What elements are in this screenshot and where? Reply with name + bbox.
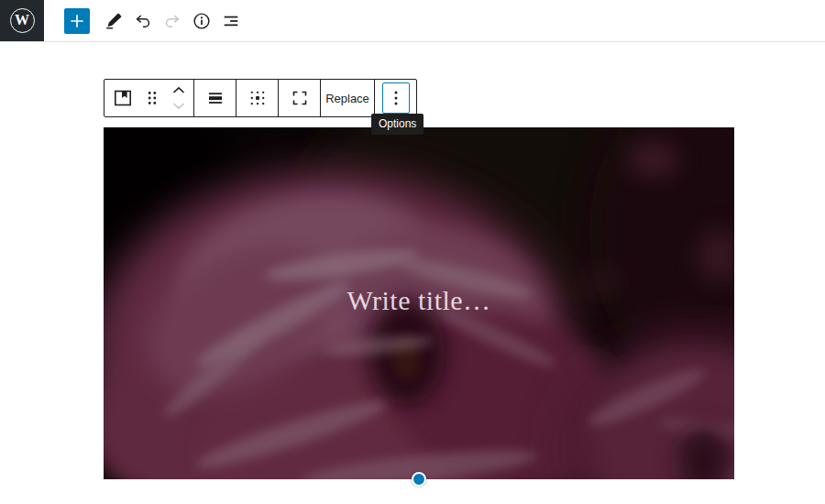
block-mover [163, 80, 193, 116]
move-up-button[interactable] [163, 82, 193, 98]
list-view-icon [221, 11, 241, 31]
align-icon [204, 87, 226, 109]
content-position-icon [247, 87, 269, 109]
editor-top-bar: W [0, 0, 825, 42]
redo-icon [162, 11, 182, 31]
edit-mode-button[interactable] [99, 5, 128, 38]
full-height-button[interactable] [279, 80, 320, 116]
focus-ring [382, 82, 410, 114]
info-icon [192, 11, 212, 31]
full-height-icon [289, 87, 311, 109]
details-button[interactable] [187, 5, 216, 38]
options-ellipsis-icon [387, 87, 405, 109]
block-type-button[interactable] [104, 80, 141, 116]
undo-button[interactable] [128, 5, 158, 38]
cover-block-icon [112, 87, 134, 109]
move-down-button[interactable] [163, 98, 193, 115]
cover-resize-handle[interactable] [412, 472, 426, 487]
block-toolbar: Replace [104, 79, 417, 117]
content-position-button[interactable] [236, 80, 278, 116]
plus-icon [68, 12, 86, 30]
cover-block[interactable]: Write title… [104, 127, 734, 479]
cover-title-placeholder[interactable]: Write title… [104, 285, 734, 316]
options-button[interactable] [375, 80, 416, 116]
drag-handle[interactable] [141, 80, 163, 116]
chevron-down-icon [170, 101, 188, 112]
redo-button[interactable] [158, 5, 187, 38]
align-button[interactable] [194, 80, 236, 116]
pencil-icon [104, 11, 124, 31]
add-block-button[interactable] [64, 8, 90, 34]
replace-button[interactable]: Replace [321, 80, 374, 116]
options-tooltip: Options [371, 114, 424, 135]
drag-handle-icon [144, 88, 160, 108]
wordpress-logo-icon: W [10, 8, 35, 33]
undo-icon [133, 11, 153, 31]
list-view-button[interactable] [216, 5, 246, 38]
chevron-up-icon [170, 84, 188, 95]
wordpress-logo-button[interactable]: W [0, 0, 44, 41]
